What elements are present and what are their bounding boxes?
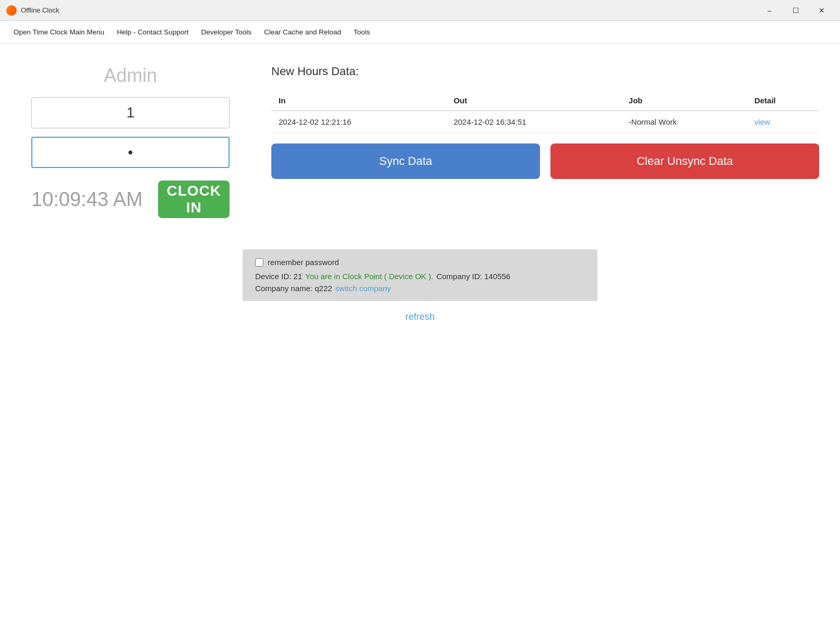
window-title: Offline Clock: [21, 6, 59, 14]
col-header-detail: Detail: [747, 91, 819, 111]
top-section: Admin 10:09:43 AM CLOCK IN New Hours Dat…: [21, 65, 819, 218]
company-id-label: Company ID: 140556: [436, 272, 510, 281]
clock-in-button[interactable]: CLOCK IN: [158, 181, 230, 218]
bottom-section: remember password Device ID: 21 You are …: [21, 249, 819, 322]
admin-label: Admin: [104, 65, 157, 87]
title-bar: Offline Clock – ☐ ✕: [0, 0, 840, 21]
menu-item-tools[interactable]: Tools: [349, 25, 376, 39]
clock-row: 10:09:43 AM CLOCK IN: [31, 181, 230, 218]
menu-item-developer-tools[interactable]: Developer Tools: [196, 25, 257, 39]
clear-unsync-button[interactable]: Clear Unsync Data: [550, 143, 819, 179]
view-link[interactable]: view: [754, 117, 770, 126]
cell-job: -Normal Work: [621, 111, 747, 133]
company-row: Company name: q222 switch company: [255, 284, 585, 293]
device-id-label: Device ID: 21: [255, 272, 302, 281]
table-row: 2024-12-02 12:21:16 2024-12-02 16:34:51 …: [271, 111, 819, 133]
remember-row: remember password: [255, 258, 585, 267]
hours-table: In Out Job Detail 2024-12-02 12:21:16 20…: [271, 91, 819, 133]
close-button[interactable]: ✕: [810, 2, 834, 19]
cell-in: 2024-12-02 12:21:16: [271, 111, 446, 133]
sync-data-button[interactable]: Sync Data: [271, 143, 540, 179]
right-panel: New Hours Data: In Out Job Detail 2024-1…: [271, 65, 819, 179]
main-content: Admin 10:09:43 AM CLOCK IN New Hours Dat…: [0, 44, 840, 623]
maximize-button[interactable]: ☐: [784, 2, 808, 19]
remember-password-checkbox[interactable]: [255, 258, 263, 267]
title-bar-left: Offline Clock: [6, 5, 59, 16]
left-panel: Admin 10:09:43 AM CLOCK IN: [21, 65, 240, 218]
device-info-box: remember password Device ID: 21 You are …: [243, 249, 597, 301]
col-header-in: In: [271, 91, 446, 111]
cell-out: 2024-12-02 16:34:51: [446, 111, 621, 133]
new-hours-title: New Hours Data:: [271, 65, 819, 78]
device-ok-text: You are in Clock Point ( Device OK ).: [305, 272, 433, 281]
refresh-link[interactable]: refresh: [405, 312, 435, 322]
device-row: Device ID: 21 You are in Clock Point ( D…: [255, 272, 585, 281]
password-input[interactable]: [31, 137, 230, 168]
col-header-out: Out: [446, 91, 621, 111]
action-buttons: Sync Data Clear Unsync Data: [271, 143, 819, 179]
menu-item-clear-cache[interactable]: Clear Cache and Reload: [259, 25, 346, 39]
company-name-label: Company name: q222: [255, 284, 332, 293]
remember-password-label: remember password: [268, 258, 339, 267]
menu-item-help-contact[interactable]: Help - Contact Support: [112, 25, 194, 39]
menu-item-open-time-clock[interactable]: Open Time Clock Main Menu: [8, 25, 110, 39]
app-icon: [6, 5, 17, 16]
switch-company-link[interactable]: switch company: [335, 284, 391, 293]
minimize-button[interactable]: –: [758, 2, 782, 19]
clock-time-display: 10:09:43 AM: [31, 188, 142, 211]
menu-bar: Open Time Clock Main Menu Help - Contact…: [0, 21, 840, 44]
col-header-job: Job: [621, 91, 747, 111]
cell-detail[interactable]: view: [747, 111, 819, 133]
title-bar-controls: – ☐ ✕: [758, 2, 834, 19]
employee-id-input[interactable]: [31, 97, 230, 128]
